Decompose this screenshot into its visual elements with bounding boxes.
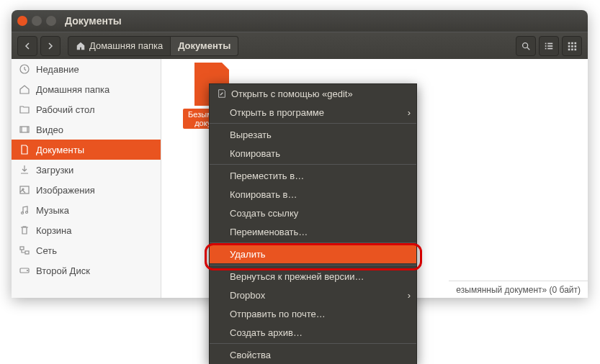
menu-item-14[interactable]: Dropbox› [210,286,416,304]
sidebar-item-label: Домашняя папка [36,84,109,95]
context-menu: Открыть с помощью «gedit»Открыть в прогр… [209,83,417,364]
sidebar-item-label: Загрузки [36,165,73,176]
sidebar-item-7[interactable]: Музыка [12,200,161,220]
status-text: езымянный документ» (0 байт) [456,285,581,295]
menu-separator [210,123,416,124]
home-icon [19,83,30,95]
svg-rect-22 [20,247,24,250]
window-title: Документы [65,15,122,27]
svg-point-0 [523,42,528,47]
menu-item-1[interactable]: Открыть в программе› [210,103,416,122]
clock-icon [19,63,30,75]
menu-item-7[interactable]: Копировать в… [210,185,416,204]
svg-rect-15 [575,48,577,50]
music-icon [19,204,30,216]
menu-item-label: Открыть с помощью «gedit» [231,88,353,99]
menu-item-9[interactable]: Переименовать… [210,222,416,241]
sidebar-item-label: Рабочий стол [36,104,95,115]
statusbar: езымянный документ» (0 байт) [449,281,588,298]
menu-item-6[interactable]: Переместить в… [210,166,416,185]
back-button[interactable] [17,36,37,56]
list-view-button[interactable] [539,36,559,56]
svg-point-20 [22,212,24,214]
breadcrumb-current[interactable]: Документы [171,36,238,56]
trash-icon [19,224,30,236]
video-icon [19,124,30,135]
breadcrumb-label: Документы [178,40,230,51]
sidebar-item-2[interactable]: Рабочий стол [12,99,161,119]
sidebar-item-8[interactable]: Корзина [12,220,161,240]
sidebar-item-4[interactable]: Документы [12,140,161,160]
sidebar-item-label: Корзина [36,225,72,236]
sidebar-item-10[interactable]: Второй Диск [12,260,161,281]
folder-icon [19,104,30,115]
forward-button[interactable] [40,36,61,56]
menu-item-11[interactable]: Удалить [210,245,416,263]
grid-view-button[interactable] [562,36,582,56]
minimize-icon[interactable] [32,16,42,26]
menu-item-4[interactable]: Копировать [210,144,416,163]
svg-rect-8 [571,42,573,44]
svg-rect-13 [568,48,570,50]
menu-item-16[interactable]: Создать архив… [210,323,416,342]
menu-item-18[interactable]: Свойства [210,345,416,364]
svg-rect-5 [545,47,547,49]
menu-item-label: Переименовать… [230,227,308,237]
menu-item-15[interactable]: Отправить по почте… [210,304,416,323]
sidebar-item-5[interactable]: Загрузки [12,160,161,180]
menu-item-label: Свойства [230,350,271,360]
svg-point-25 [27,270,28,271]
close-icon[interactable] [17,16,27,26]
menu-item-label: Отправить по почте… [230,309,326,319]
download-icon [19,164,30,176]
search-button[interactable] [516,36,536,56]
menu-item-label: Вернуться к прежней версии… [230,271,364,282]
edit-icon [217,88,227,99]
svg-rect-3 [545,45,547,47]
sidebar-item-label: Недавние [36,64,79,75]
svg-rect-4 [547,45,552,47]
menu-separator [210,242,416,243]
doc-icon [19,144,30,155]
menu-separator [210,265,416,265]
menu-item-label: Копировать [230,148,280,159]
chevron-right-icon: › [408,290,411,301]
menu-item-label: Создать ссылку [230,208,298,219]
svg-point-21 [26,211,28,214]
menu-separator [210,343,416,344]
menu-item-label: Открыть в программе [230,107,324,118]
titlebar: Документы [12,10,588,32]
menu-item-label: Dropbox [230,290,265,301]
svg-rect-11 [571,45,573,47]
sidebar-item-label: Изображения [36,185,95,196]
network-icon [19,245,30,256]
sidebar-item-label: Сеть [36,245,57,256]
menu-item-label: Вырезать [230,129,272,140]
sidebar-item-6[interactable]: Изображения [12,180,161,200]
toolbar: Домашняя папка Документы [12,32,588,59]
sidebar-item-9[interactable]: Сеть [12,240,161,260]
maximize-icon[interactable] [46,16,56,26]
home-icon [76,41,86,51]
image-icon [19,184,30,196]
breadcrumb-home[interactable]: Домашняя папка [68,36,171,56]
sidebar-item-0[interactable]: Недавние [12,59,161,79]
menu-item-0[interactable]: Открыть с помощью «gedit» [210,84,416,103]
svg-rect-23 [25,251,29,254]
menu-item-label: Удалить [230,249,266,260]
menu-separator [210,164,416,165]
disk-icon [19,265,30,276]
sidebar-item-3[interactable]: Видео [12,119,161,140]
menu-item-3[interactable]: Вырезать [210,125,416,144]
breadcrumb-label: Домашняя папка [89,40,163,51]
sidebar: НедавниеДомашняя папкаРабочий столВидеоД… [12,59,161,298]
svg-rect-1 [545,42,547,44]
sidebar-item-1[interactable]: Домашняя папка [12,79,161,99]
svg-rect-10 [568,45,570,47]
svg-rect-9 [575,42,577,44]
menu-item-label: Копировать в… [230,189,297,200]
sidebar-item-label: Музыка [36,205,69,216]
menu-item-8[interactable]: Создать ссылку [210,204,416,222]
menu-item-label: Переместить в… [230,170,304,181]
menu-item-13[interactable]: Вернуться к прежней версии… [210,267,416,286]
